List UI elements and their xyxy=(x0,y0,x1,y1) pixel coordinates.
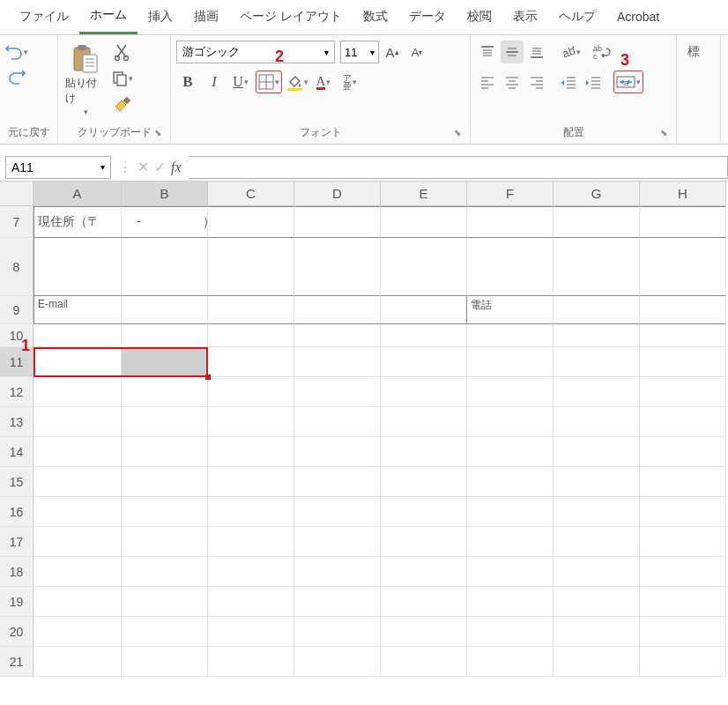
copy-button[interactable]: ▾ xyxy=(111,67,134,90)
cell-F10[interactable] xyxy=(467,324,553,347)
fx-button[interactable]: fx xyxy=(171,160,182,175)
formula-input[interactable] xyxy=(189,156,728,179)
tab-file[interactable]: ファイル xyxy=(9,2,79,33)
decrease-font-button[interactable]: A▾ xyxy=(405,41,428,63)
cell-H19[interactable] xyxy=(640,587,726,617)
cell-C13[interactable] xyxy=(208,407,294,437)
format-painter-button[interactable] xyxy=(111,93,134,116)
row-head-17[interactable]: 17 xyxy=(0,527,33,557)
cell-B8[interactable] xyxy=(122,238,208,296)
cell-B12[interactable] xyxy=(122,377,208,407)
cell-A17[interactable] xyxy=(33,527,122,557)
number-format-partial[interactable]: 標 xyxy=(682,41,705,63)
cell-A11[interactable] xyxy=(33,347,122,377)
bold-button[interactable]: B xyxy=(176,70,199,93)
underline-button[interactable]: U▾ xyxy=(229,70,252,93)
cell-E15[interactable] xyxy=(381,467,467,497)
cell-H11[interactable] xyxy=(640,347,726,377)
cell-A20[interactable] xyxy=(33,617,122,647)
align-left-button[interactable] xyxy=(476,70,499,93)
cell-D21[interactable] xyxy=(294,647,381,677)
cell-A7[interactable]: 現住所（〒 - ） xyxy=(33,206,122,238)
cell-G8[interactable] xyxy=(553,238,640,296)
clipboard-launcher[interactable]: ⬊ xyxy=(154,128,167,140)
cell-B11[interactable] xyxy=(122,347,208,377)
increase-font-button[interactable]: A▴ xyxy=(381,41,404,63)
merge-center-button[interactable]: a ▾ xyxy=(613,70,643,93)
cell-F16[interactable] xyxy=(467,497,553,527)
cell-A15[interactable] xyxy=(33,467,122,497)
cell-F11[interactable] xyxy=(467,347,553,377)
cell-F18[interactable] xyxy=(467,557,553,587)
font-launcher[interactable]: ⬊ xyxy=(454,128,466,140)
tab-draw[interactable]: 描画 xyxy=(183,2,229,33)
align-middle-button[interactable] xyxy=(501,41,524,63)
paste-button[interactable]: 貼り付け ▾ xyxy=(63,41,108,120)
borders-button[interactable]: ▾ xyxy=(256,70,282,93)
cell-G16[interactable] xyxy=(553,497,640,527)
wrap-text-button[interactable]: abc xyxy=(591,41,613,63)
cell-D20[interactable] xyxy=(294,617,381,647)
cell-C19[interactable] xyxy=(208,587,294,617)
cell-C8[interactable] xyxy=(208,238,294,296)
cell-D18[interactable] xyxy=(294,557,381,587)
cell-G15[interactable] xyxy=(553,467,640,497)
cell-D7[interactable] xyxy=(294,206,381,238)
cell-G7[interactable] xyxy=(553,206,640,238)
cell-A13[interactable] xyxy=(33,407,122,437)
cell-D19[interactable] xyxy=(294,587,381,617)
row-head-12[interactable]: 12 xyxy=(0,377,33,407)
cell-C20[interactable] xyxy=(208,617,294,647)
cell-F13[interactable] xyxy=(467,407,553,437)
col-head-A[interactable]: A xyxy=(33,182,122,206)
cell-E16[interactable] xyxy=(381,497,467,527)
cell-H20[interactable] xyxy=(640,617,726,647)
cell-C16[interactable] xyxy=(208,497,294,527)
cell-D13[interactable] xyxy=(294,407,381,437)
align-top-button[interactable] xyxy=(476,41,499,63)
cell-A16[interactable] xyxy=(33,497,122,527)
cell-B21[interactable] xyxy=(122,647,208,677)
cell-A8[interactable] xyxy=(33,238,122,296)
cell-C21[interactable] xyxy=(208,647,294,677)
cell-G9[interactable] xyxy=(553,296,640,324)
ruby-button[interactable]: ア 亜 ▾ xyxy=(338,70,361,93)
row-head-20[interactable]: 20 xyxy=(0,617,33,647)
cell-F12[interactable] xyxy=(467,377,553,407)
cell-C14[interactable] xyxy=(208,437,294,467)
cell-H15[interactable] xyxy=(640,467,726,497)
cell-H10[interactable] xyxy=(640,324,726,347)
fill-color-button[interactable]: ▾ xyxy=(286,70,308,93)
tab-acrobat[interactable]: Acrobat xyxy=(606,3,670,33)
row-head-19[interactable]: 19 xyxy=(0,587,33,617)
cell-B9[interactable] xyxy=(122,296,208,324)
cell-G12[interactable] xyxy=(553,377,640,407)
row-head-16[interactable]: 16 xyxy=(0,497,33,527)
cell-D12[interactable] xyxy=(294,377,381,407)
row-head-14[interactable]: 14 xyxy=(0,437,33,467)
cell-A10[interactable] xyxy=(33,324,122,347)
cell-F8[interactable] xyxy=(467,238,553,296)
col-head-F[interactable]: F xyxy=(467,182,553,206)
font-color-button[interactable]: A ▾ xyxy=(312,70,335,93)
cell-E7[interactable] xyxy=(381,206,467,238)
cell-F14[interactable] xyxy=(467,437,553,467)
tab-page-layout[interactable]: ページ レイアウト xyxy=(229,2,353,33)
cell-E18[interactable] xyxy=(381,557,467,587)
cell-E11[interactable] xyxy=(381,347,467,377)
col-head-C[interactable]: C xyxy=(208,182,294,206)
cell-D15[interactable] xyxy=(294,467,381,497)
cell-B17[interactable] xyxy=(122,527,208,557)
row-head-10[interactable]: 10 xyxy=(0,324,33,347)
cell-B16[interactable] xyxy=(122,497,208,527)
cell-D16[interactable] xyxy=(294,497,381,527)
cell-D11[interactable] xyxy=(294,347,381,377)
cell-B13[interactable] xyxy=(122,407,208,437)
cell-C12[interactable] xyxy=(208,377,294,407)
tab-review[interactable]: 校閲 xyxy=(457,2,502,33)
row-head-21[interactable]: 21 xyxy=(0,647,33,677)
cell-H16[interactable] xyxy=(640,497,726,527)
cell-E14[interactable] xyxy=(381,437,467,467)
tab-insert[interactable]: 挿入 xyxy=(137,2,183,33)
cell-D10[interactable] xyxy=(294,324,381,347)
